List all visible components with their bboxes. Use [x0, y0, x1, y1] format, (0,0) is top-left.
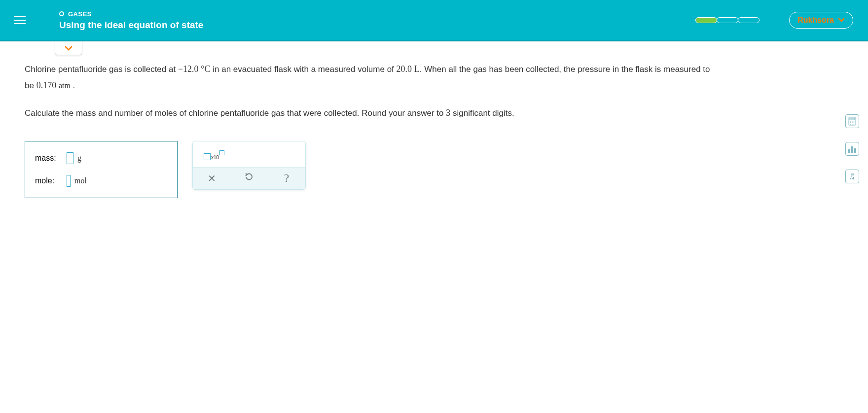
- mole-input[interactable]: [67, 175, 71, 187]
- mass-label: mass:: [35, 154, 67, 163]
- sci-x10-label: x10: [211, 155, 219, 160]
- svg-point-6: [852, 122, 853, 123]
- category-dot-icon: [59, 11, 64, 16]
- mole-unit: mol: [74, 176, 87, 185]
- sci-exponent-box: [219, 150, 224, 155]
- app-header: GASES Using the ideal equation of state …: [0, 0, 868, 41]
- x-icon: ✕: [208, 172, 216, 184]
- stats-button[interactable]: [845, 142, 859, 156]
- mass-row: mass: g: [35, 152, 167, 164]
- bar-icon: [851, 146, 853, 153]
- mass-input[interactable]: [67, 152, 73, 164]
- svg-point-2: [850, 121, 851, 122]
- calculator-icon: [848, 117, 856, 126]
- temp-value: 12.0: [183, 64, 199, 74]
- temp-minus: −: [178, 64, 183, 74]
- sci-mantissa-box: [204, 153, 211, 160]
- progress-segment: [738, 17, 760, 23]
- scientific-notation-button[interactable]: x10: [202, 148, 226, 162]
- menu-icon[interactable]: [10, 12, 30, 28]
- pressure-value: 0.170: [36, 80, 57, 90]
- problem-text: Chlorine pentafluoride gas is collected …: [25, 65, 178, 74]
- header-titles: GASES Using the ideal equation of state: [59, 10, 203, 31]
- side-tools: 18 Ar: [845, 114, 859, 183]
- svg-point-8: [850, 124, 851, 125]
- answer-box: mass: g mole: mol: [25, 141, 178, 198]
- reset-button[interactable]: [230, 168, 268, 189]
- bar-icon: [848, 149, 850, 153]
- pressure-unit: atm: [59, 81, 71, 90]
- periodic-table-icon: 18 Ar: [850, 173, 855, 180]
- mole-row: mole: mol: [35, 175, 167, 187]
- progress-segment: [717, 17, 738, 23]
- work-area: mass: g mole: mol x10 ✕: [25, 141, 843, 198]
- calculator-button[interactable]: [845, 114, 859, 128]
- mass-unit: g: [77, 154, 81, 163]
- instruction-text: significant digits.: [450, 108, 514, 118]
- category-label: GASES: [59, 10, 203, 18]
- user-menu[interactable]: Rukhsora: [789, 12, 853, 29]
- content-area: Chlorine pentafluoride gas is collected …: [0, 41, 868, 218]
- svg-point-10: [854, 124, 855, 125]
- help-button[interactable]: ?: [268, 168, 305, 189]
- reset-icon: [244, 172, 254, 184]
- clear-button[interactable]: ✕: [193, 168, 230, 189]
- chevron-down-icon: [838, 16, 845, 24]
- instruction-text: Calculate the mass and number of moles o…: [25, 108, 446, 118]
- problem-text: .: [71, 81, 75, 90]
- svg-point-7: [854, 122, 855, 123]
- lesson-title: Using the ideal equation of state: [59, 20, 203, 31]
- bar-icon: [854, 148, 856, 153]
- temp-unit: °C: [201, 64, 210, 74]
- user-name: Rukhsora: [797, 16, 834, 25]
- problem-text: in an evacuated flask with a measured vo…: [211, 65, 397, 74]
- svg-point-5: [850, 122, 851, 123]
- sig-digits: 3: [446, 108, 450, 118]
- svg-rect-1: [850, 118, 855, 120]
- periodic-table-button[interactable]: 18 Ar: [845, 170, 859, 183]
- svg-point-9: [852, 124, 853, 125]
- input-tool-panel: x10 ✕ ?: [192, 141, 306, 190]
- svg-point-3: [852, 121, 853, 122]
- problem-statement: Chlorine pentafluoride gas is collected …: [25, 61, 715, 121]
- tool-bottom-row: ✕ ?: [193, 167, 305, 189]
- progress-bar: [696, 17, 760, 23]
- tool-top-row: x10: [193, 141, 305, 167]
- svg-point-4: [854, 121, 855, 122]
- mole-label: mole:: [35, 176, 67, 185]
- volume-unit: L: [414, 64, 420, 74]
- volume-value: 20.0: [397, 64, 412, 74]
- category-text: GASES: [68, 10, 92, 18]
- progress-segment: [695, 17, 717, 23]
- question-icon: ?: [284, 172, 289, 185]
